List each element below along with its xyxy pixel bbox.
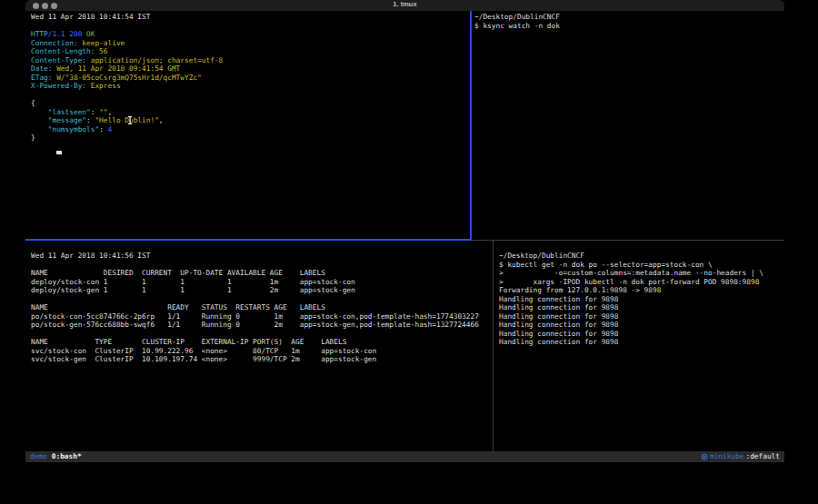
tmux-terminal: Wed 11 Apr 2018 10:41:54 IST HTTP/1.1 20… [25, 11, 784, 451]
terminal-line: $ kubectl get -n dok po --selector=app=s… [499, 261, 784, 270]
pane-http-response[interactable]: Wed 11 Apr 2018 10:41:54 IST HTTP/1.1 20… [25, 11, 470, 239]
terminal-line: "message": "Hello Dublin!", [31, 116, 470, 125]
terminal-line: Handling connection for 9898 [499, 295, 784, 304]
terminal-line [31, 91, 470, 100]
terminal-line: deploy/stock-con 1 1 1 1 1m app=stock-co… [31, 278, 493, 287]
kubernetes-helm-icon [701, 453, 708, 460]
pane-border-vertical-bottom[interactable] [493, 241, 494, 451]
terminal-line: > xargs -IPOD kubectl -n dok port-forwar… [499, 278, 784, 287]
window-title: 1. tmux [25, 0, 784, 11]
desktop-background: 1. tmux Wed 11 Apr 2018 10:41:54 IST HTT… [0, 0, 818, 504]
status-right: minikube:default [701, 451, 780, 462]
terminal-line [31, 22, 470, 31]
terminal-line: NAME READY STATUS RESTARTS AGE LABELS [31, 303, 493, 312]
terminal-line: Wed 11 Apr 2018 10:41:56 IST [31, 252, 493, 261]
terminal-line: { [31, 99, 470, 108]
terminal-line: Handling connection for 9898 [499, 312, 784, 321]
terminal-line: Connection: keep-alive [31, 39, 470, 48]
terminal-line [31, 330, 493, 339]
terminal-line: $ ksync watch -n dok [474, 22, 784, 31]
terminal-line: NAME DESIRED CURRENT UP-TO-DATE AVAILABL… [31, 269, 493, 278]
terminal-line: ~/Desktop/DublinCNCF [499, 252, 784, 261]
terminal-line: } [31, 133, 470, 143]
terminal-line: Wed 11 Apr 2018 10:41:54 IST [31, 13, 470, 22]
terminal-line: Forwarding from 127.0.0.1:9898 -> 9898 [499, 286, 784, 295]
terminal-line [31, 295, 493, 304]
terminal-line: X-Powered-By: Express [31, 82, 470, 91]
mouse-cursor-ibeam [127, 115, 134, 125]
terminal-line: NAME TYPE CLUSTER-IP EXTERNAL-IP PORT(S)… [31, 338, 493, 347]
window-titlebar[interactable]: 1. tmux [25, 0, 784, 11]
terminal-line: po/stock-con-5cc874766c-2p6rp 1/1 Runnin… [31, 312, 493, 321]
pane-ksync-watch[interactable]: ~/Desktop/DublinCNCF$ ksync watch -n dok [472, 11, 784, 239]
window-tab-bash[interactable]: 0:bash* [52, 451, 82, 462]
session-name: demo [30, 451, 47, 462]
terminal-line: > -o=custom-columns=:metadata.name --no-… [499, 269, 784, 278]
terminal-line: "numsymbols": 4 [31, 125, 470, 134]
terminal-line: Handling connection for 9898 [499, 330, 784, 339]
terminal-line: HTTP/1.1 200 OK [31, 30, 470, 39]
tmux-status-bar: demo 0:bash* minikube:default [25, 451, 784, 462]
kube-namespace: :default [745, 451, 780, 462]
terminal-line: Content-Length: 56 [31, 47, 470, 56]
terminal-line: po/stock-gen-576cc688bb-swqf6 1/1 Runnin… [31, 321, 493, 330]
terminal-line: Date: Wed, 11 Apr 2018 09:41:54 GMT [31, 64, 470, 74]
terminal-line: Handling connection for 9898 [499, 303, 784, 312]
terminal-line: deploy/stock-gen 1 1 1 1 2m app=stock-ge… [31, 286, 493, 295]
terminal-line: "lastseen": "", [31, 108, 470, 117]
pane-kubectl-resources[interactable]: Wed 11 Apr 2018 10:41:56 IST NAME DESIRE… [25, 241, 493, 451]
terminal-line: ETag: W/"38-05coCsrg3mQ75sHr1d/qcMTwYZc" [31, 74, 470, 83]
terminal-line: Handling connection for 9898 [499, 338, 784, 347]
terminal-line [31, 261, 493, 270]
terminal-line: svc/stock-gen ClusterIP 10.109.197.74 <n… [31, 355, 493, 364]
terminal-line: Handling connection for 9898 [499, 321, 784, 330]
terminal-line: svc/stock-con ClusterIP 10.99.222.96 <no… [31, 347, 493, 356]
terminal-line: ~/Desktop/DublinCNCF [474, 13, 784, 22]
terminal-line: Content-Type: application/json; charset=… [31, 56, 470, 65]
terminal-cursor [56, 151, 62, 154]
kube-context: minikube [710, 451, 744, 462]
pane-port-forward[interactable]: ~/Desktop/DublinCNCF$ kubectl get -n dok… [494, 241, 784, 451]
terminal-window: 1. tmux Wed 11 Apr 2018 10:41:54 IST HTT… [25, 0, 784, 463]
